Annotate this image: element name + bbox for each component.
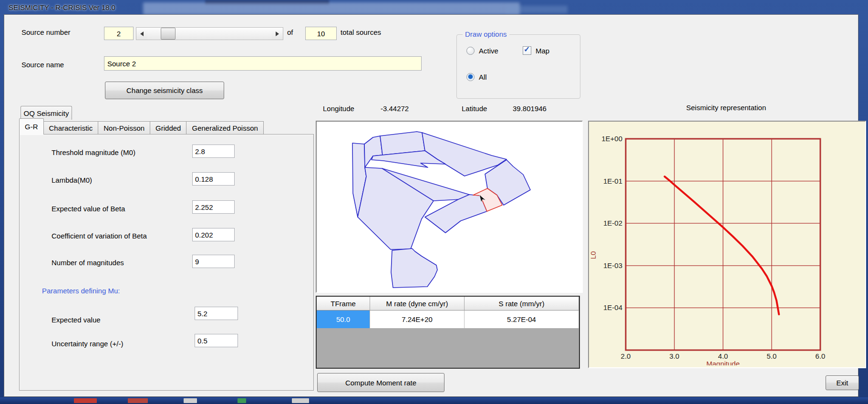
windows-taskbar[interactable] bbox=[0, 397, 868, 404]
radio-all[interactable]: All bbox=[466, 73, 487, 81]
exit-button[interactable]: Exit bbox=[826, 375, 859, 390]
source-scrollbar[interactable] bbox=[136, 27, 283, 40]
tab-generalized-poisson[interactable]: Generalized Poisson bbox=[186, 121, 263, 135]
x-tick-label: 4.0 bbox=[718, 352, 728, 360]
taskbar-item[interactable] bbox=[74, 398, 97, 403]
tab-g-r[interactable]: G-R bbox=[19, 118, 44, 135]
radio-all-icon[interactable] bbox=[466, 73, 475, 81]
change-seismicity-class-button[interactable]: Change seismicity class bbox=[105, 82, 224, 99]
tab-characteristic[interactable]: Characteristic bbox=[44, 121, 99, 135]
source-name-input[interactable] bbox=[104, 56, 422, 71]
mu-section-label: Parameters defining Mu: bbox=[42, 287, 120, 295]
table-header-cell[interactable]: TFrame bbox=[317, 297, 370, 311]
total-sources-label: total sources bbox=[341, 28, 381, 36]
mu-uncertainty-range-input[interactable] bbox=[195, 334, 238, 347]
radio-all-label: All bbox=[479, 73, 487, 81]
coeff-variation-beta-input[interactable] bbox=[192, 228, 235, 241]
taskbar-item[interactable] bbox=[292, 398, 309, 403]
left-arrow-icon bbox=[140, 31, 144, 36]
x-tick-label: 5.0 bbox=[767, 352, 777, 360]
source-number-label: Source number bbox=[21, 28, 71, 36]
table-cell[interactable]: 5.27E-04 bbox=[465, 311, 579, 328]
seismicity-chart-panel: 1E+001E-011E-021E-031E-042.03.04.05.06.0… bbox=[588, 121, 866, 368]
radio-active[interactable]: Active bbox=[466, 47, 498, 55]
expected-beta-input[interactable] bbox=[192, 200, 235, 214]
source-number-input[interactable] bbox=[104, 27, 134, 40]
y-tick-label: 1E-03 bbox=[603, 261, 622, 269]
checkbox-map-icon[interactable]: ✓ bbox=[523, 46, 531, 55]
table-header-cell[interactable]: M rate (dyne cm/yr) bbox=[370, 297, 465, 311]
longitude-label: Longitude bbox=[323, 104, 354, 113]
scrollbar-left-arrow-button[interactable] bbox=[136, 28, 147, 40]
latitude-value: 39.801946 bbox=[513, 104, 547, 113]
table-cell[interactable]: 50.0 bbox=[317, 311, 370, 328]
latitude-label: Latitude bbox=[462, 104, 487, 113]
background-window-blur bbox=[506, 6, 568, 13]
scrollbar-right-arrow-button[interactable] bbox=[272, 28, 283, 40]
expected-beta-label: Expected value of Beta bbox=[52, 205, 125, 213]
table-header-cell[interactable]: S rate (mm/yr) bbox=[465, 297, 579, 311]
scrollbar-track[interactable] bbox=[147, 28, 272, 40]
moment-rate-table[interactable]: TFrameM rate (dyne cm/yr)S rate (mm/yr)5… bbox=[316, 296, 580, 369]
radio-active-icon[interactable] bbox=[466, 47, 475, 55]
source-polygons-map[interactable] bbox=[317, 122, 580, 290]
y-tick-label: 1E-01 bbox=[603, 177, 622, 185]
lambda-m0-input[interactable] bbox=[192, 172, 235, 186]
radio-active-label: Active bbox=[479, 47, 498, 55]
desktop: SEISMICITY - R-CRISIS Ver 18.0 Source nu… bbox=[0, 0, 868, 404]
table-cell[interactable]: 7.24E+20 bbox=[370, 311, 465, 328]
right-arrow-icon bbox=[276, 31, 279, 36]
longitude-value: -3.44272 bbox=[381, 104, 409, 113]
coeff-variation-beta-label: Coefficient of variation of Beta bbox=[52, 232, 147, 240]
checkbox-map-label: Map bbox=[536, 47, 549, 55]
y-axis-label: L0 bbox=[589, 251, 597, 259]
number-magnitudes-input[interactable] bbox=[192, 255, 235, 268]
of-label: of bbox=[287, 28, 293, 36]
tab-non-poisson[interactable]: Non-Poisson bbox=[98, 121, 150, 135]
x-tick-label: 3.0 bbox=[670, 352, 680, 360]
mu-expected-value-input[interactable] bbox=[195, 307, 238, 320]
lambda-m0-label: Lambda(M0) bbox=[52, 176, 92, 184]
taskbar-item[interactable] bbox=[238, 398, 246, 403]
seismicity-curve bbox=[665, 176, 779, 314]
mu-expected-value-label: Expected value bbox=[52, 316, 101, 324]
scrollbar-thumb[interactable] bbox=[161, 28, 176, 40]
draw-options-group: Draw options Active ✓Map All bbox=[456, 34, 580, 99]
threshold-magnitude-input[interactable] bbox=[192, 145, 235, 158]
source-polygon[interactable] bbox=[364, 136, 382, 167]
threshold-magnitude-label: Threshold magnitude (M0) bbox=[52, 148, 135, 156]
y-tick-label: 1E-04 bbox=[603, 303, 622, 311]
background-window-blur bbox=[143, 2, 520, 15]
source-name-label: Source name bbox=[21, 61, 64, 69]
tab-oq-seismicity[interactable]: OQ Seismicity bbox=[21, 106, 72, 120]
seismicity-chart: 1E+001E-011E-021E-031E-042.03.04.05.06.0… bbox=[589, 122, 863, 365]
total-sources-input[interactable] bbox=[305, 27, 337, 40]
number-magnitudes-label: Number of magnitudes bbox=[52, 259, 124, 267]
taskbar-item[interactable] bbox=[128, 398, 148, 403]
chart-title: Seismicity representation bbox=[588, 104, 864, 112]
x-tick-label: 2.0 bbox=[621, 352, 631, 360]
y-tick-label: 1E-02 bbox=[603, 219, 622, 227]
draw-options-title: Draw options bbox=[463, 30, 509, 38]
source-map-panel[interactable] bbox=[316, 121, 583, 293]
checkbox-map[interactable]: ✓Map bbox=[523, 46, 549, 55]
tab-strip: G-RCharacteristicNon-PoissonGriddedGener… bbox=[19, 121, 264, 135]
taskbar-item[interactable] bbox=[184, 398, 197, 403]
check-icon: ✓ bbox=[524, 45, 530, 54]
x-tick-label: 6.0 bbox=[816, 352, 826, 360]
tab-oq-seismicity-label: OQ Seismicity bbox=[23, 109, 69, 117]
y-tick-label: 1E+00 bbox=[601, 135, 622, 143]
compute-moment-rate-button[interactable]: Compute Moment rate bbox=[317, 373, 444, 392]
tab-gridded[interactable]: Gridded bbox=[150, 121, 186, 135]
x-axis-label: Magnitude bbox=[706, 360, 740, 365]
window-title: SEISMICITY - R-CRISIS Ver 18.0 bbox=[9, 3, 115, 11]
source-polygon[interactable] bbox=[391, 249, 437, 288]
mu-uncertainty-range-label: Uncertainty range (+/-) bbox=[52, 340, 123, 348]
